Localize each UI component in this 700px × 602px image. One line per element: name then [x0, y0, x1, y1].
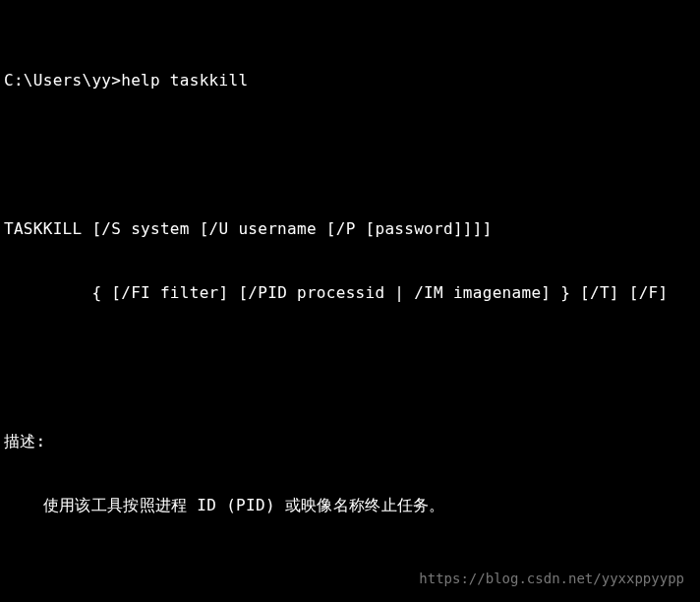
blank-line — [4, 134, 692, 155]
prompt-line: C:\Users\yy>help taskkill — [4, 70, 692, 91]
description-header: 描述: — [4, 431, 692, 452]
prompt: C:\Users\yy> — [4, 71, 121, 90]
watermark-text: https://blog.csdn.net/yyxxppyypp — [419, 570, 684, 588]
command: help taskkill — [121, 71, 248, 90]
syntax-line: { [/FI filter] [/PID processid | /IM ima… — [4, 282, 692, 304]
terminal-window[interactable]: C:\Users\yy>help taskkill TASKKILL [/S s… — [0, 0, 700, 602]
description-text: 使用该工具按照进程 ID (PID) 或映像名称终止任务。 — [4, 495, 692, 516]
blank-line — [4, 346, 692, 368]
syntax-line: TASKKILL [/S system [/U username [/P [pa… — [4, 218, 692, 240]
